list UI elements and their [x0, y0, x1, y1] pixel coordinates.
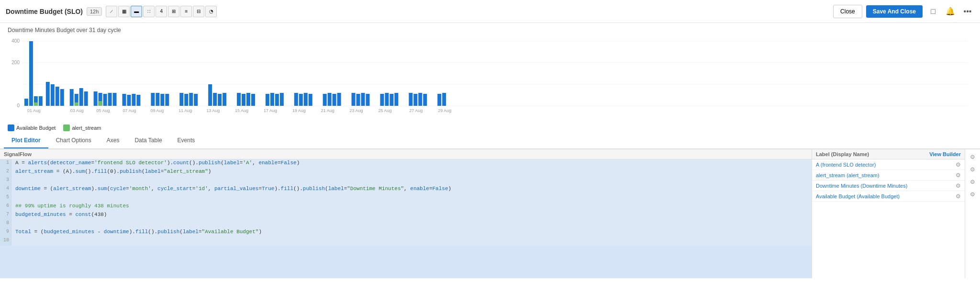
labels-panel-header: Label (Display Name) View Builder	[812, 149, 965, 159]
label-text-1: A (frontend SLO detector)	[816, 162, 954, 168]
svg-rect-53	[304, 93, 308, 106]
line-num-4: 4	[0, 185, 11, 194]
line-code-5	[11, 194, 812, 203]
label-row-2: alert_stream (alert_stream) ⚙	[812, 170, 965, 181]
svg-rect-35	[179, 93, 183, 106]
label-row-1: A (frontend SLO detector) ⚙	[812, 159, 965, 170]
svg-rect-49	[275, 94, 279, 106]
svg-rect-70	[423, 94, 427, 106]
line-code-4: downtime = (alert_stream).sum(cycle='mon…	[11, 185, 812, 194]
right-panel-icon-3[interactable]: ⚙	[967, 176, 979, 188]
heatmap-icon[interactable]: ⊞	[168, 6, 179, 17]
svg-rect-43	[237, 93, 241, 106]
share-icon[interactable]: □	[926, 5, 940, 18]
svg-rect-27	[122, 94, 126, 106]
tabs-bar: Plot Editor Chart Options Axes Data Tabl…	[0, 133, 980, 149]
label-settings-icon-1[interactable]: ⚙	[956, 161, 961, 168]
tab-axes[interactable]: Axes	[99, 133, 127, 148]
signal-row-1: 1 A = alerts(detector_name='frontend SLO…	[0, 159, 812, 168]
signal-editor[interactable]: SignalFlow 1 A = alerts(detector_name='f…	[0, 149, 812, 278]
svg-rect-60	[356, 94, 360, 106]
svg-rect-25	[108, 93, 112, 106]
svg-rect-23	[103, 94, 107, 106]
signal-row-7: 7 budgeted_minutes = const(438)	[0, 211, 812, 220]
signal-row-3: 3	[0, 177, 812, 185]
line-code-10	[11, 237, 812, 246]
svg-rect-61	[361, 93, 365, 106]
svg-rect-28	[127, 95, 131, 106]
line-num-2: 2	[0, 168, 11, 177]
svg-rect-21	[94, 91, 98, 106]
right-panel: ⚙ ⚙ ⚙ ⚙	[965, 149, 980, 278]
line-chart-icon[interactable]: ⟋	[106, 6, 117, 17]
signal-row-8: 8	[0, 220, 812, 228]
time-badge[interactable]: 12h	[87, 7, 102, 16]
scatter-icon[interactable]: ∷	[143, 6, 155, 17]
label-settings-icon-3[interactable]: ⚙	[956, 182, 961, 189]
svg-rect-19	[84, 91, 88, 106]
svg-rect-63	[380, 94, 384, 106]
svg-rect-39	[208, 84, 212, 106]
signal-row-6: 6 ## 99% uptime is roughly 438 minutes	[0, 203, 812, 211]
line-num-8: 8	[0, 220, 11, 228]
bar-chart-icon[interactable]: ▦	[118, 6, 130, 17]
svg-rect-40	[213, 93, 217, 106]
svg-rect-7	[24, 99, 28, 106]
tab-plot-editor[interactable]: Plot Editor	[4, 133, 48, 148]
tab-chart-options[interactable]: Chart Options	[48, 133, 99, 148]
pie-icon[interactable]: ◔	[205, 6, 217, 17]
number-icon[interactable]: 4	[156, 6, 167, 17]
view-builder-link[interactable]: View Builder	[929, 151, 961, 157]
svg-text:21 Aug: 21 Aug	[321, 108, 334, 113]
svg-rect-67	[409, 93, 412, 106]
signal-table-area: SignalFlow 1 A = alerts(detector_name='f…	[0, 149, 980, 278]
svg-rect-30	[136, 95, 140, 106]
tab-events[interactable]: Events	[170, 133, 203, 148]
close-button[interactable]: Close	[833, 5, 862, 18]
right-panel-icon-2[interactable]: ⚙	[967, 164, 979, 175]
line-code-6: ## 99% uptime is roughly 438 minutes	[11, 203, 812, 211]
alert-icon[interactable]: 🔔	[944, 5, 957, 18]
svg-rect-51	[294, 93, 298, 106]
signal-flow-body[interactable]: 1 A = alerts(detector_name='frontend SLO…	[0, 159, 812, 246]
save-and-close-button[interactable]: Save And Close	[866, 5, 923, 18]
svg-rect-37	[189, 93, 193, 106]
label-text-4: Available Budget (Available Budget)	[816, 193, 954, 199]
legend-available-budget: Available Budget	[8, 125, 56, 131]
svg-rect-8	[29, 41, 33, 106]
svg-text:200: 200	[11, 60, 20, 65]
svg-text:07 Aug: 07 Aug	[123, 108, 136, 113]
right-panel-icon-1[interactable]: ⚙	[967, 151, 979, 163]
svg-rect-42	[223, 93, 226, 106]
label-settings-icon-4[interactable]: ⚙	[956, 193, 961, 200]
app-header: Downtime Budget (SLO) 12h ⟋ ▦ ▬ ∷ 4 ⊞ ≡ …	[0, 0, 980, 23]
svg-rect-64	[385, 93, 389, 106]
svg-rect-59	[352, 93, 356, 106]
svg-text:23 Aug: 23 Aug	[350, 108, 363, 113]
tab-data-table[interactable]: Data Table	[127, 133, 169, 148]
more-icon[interactable]: •••	[961, 5, 974, 18]
chart-type-icons: ⟋ ▦ ▬ ∷ 4 ⊞ ≡ ⊟ ◔	[106, 6, 217, 17]
line-code-9: Total = (budgeted_minutes - downtime).fi…	[11, 228, 812, 237]
histogram-icon[interactable]: ⊟	[193, 6, 204, 17]
svg-rect-66	[394, 93, 398, 106]
svg-text:15 Aug: 15 Aug	[235, 108, 248, 113]
svg-rect-18	[79, 88, 83, 106]
svg-rect-56	[328, 93, 332, 106]
svg-rect-55	[323, 94, 327, 106]
svg-rect-52	[299, 94, 303, 106]
legend-alert-stream: alert_stream	[63, 125, 101, 131]
list-icon[interactable]: ≡	[180, 6, 192, 17]
svg-text:27 Aug: 27 Aug	[409, 108, 423, 113]
line-num-5: 5	[0, 194, 11, 203]
chart-section: Downtime Minutes Budget over 31 day cycl…	[0, 23, 980, 133]
svg-rect-44	[242, 94, 245, 106]
svg-rect-71	[437, 94, 441, 106]
right-panel-icon-4[interactable]: ⚙	[967, 189, 979, 200]
svg-rect-36	[184, 94, 188, 106]
line-code-7: budgeted_minutes = const(438)	[11, 211, 812, 220]
label-settings-icon-2[interactable]: ⚙	[956, 172, 961, 179]
svg-rect-10	[39, 96, 43, 106]
svg-rect-26	[113, 93, 117, 106]
area-chart-icon[interactable]: ▬	[131, 6, 142, 17]
